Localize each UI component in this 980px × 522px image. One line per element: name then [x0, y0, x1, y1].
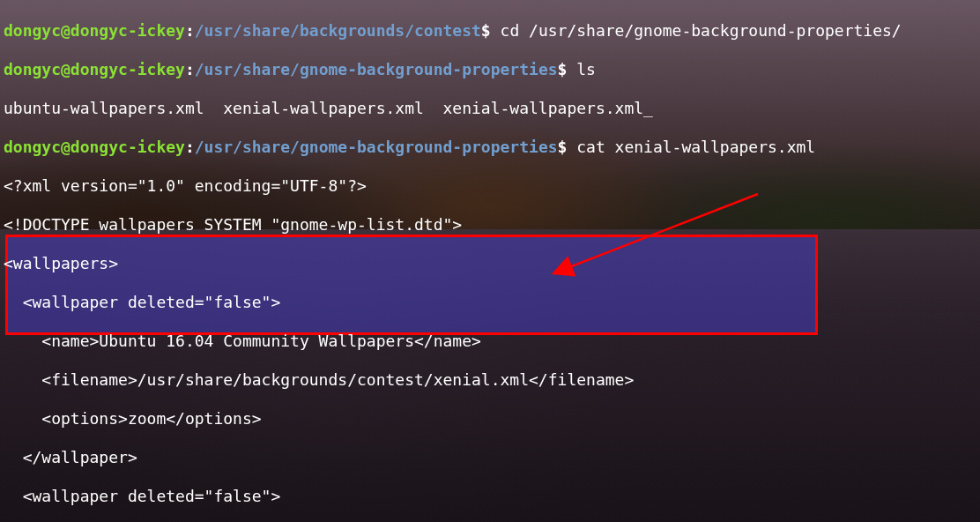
prompt-path: /usr/share/gnome-background-properties [195, 138, 558, 156]
xml-line: <options>zoom</options> [4, 409, 976, 429]
prompt-path: /usr/share/backgrounds/contest [195, 21, 481, 40]
xml-line-highlighted: <wallpaper deleted="false"> [4, 487, 976, 506]
prompt-dollar: $ [558, 138, 568, 156]
command-ls: ls [567, 60, 596, 78]
command-cd: cd /usr/share/gnome-background-propertie… [491, 21, 902, 40]
terminal-output[interactable]: dongyc@dongyc-ickey:/usr/share/backgroun… [0, 0, 980, 522]
prompt-user: dongyc@dongyc-ickey [4, 138, 185, 156]
xml-line: <wallpaper deleted="false"> [4, 293, 976, 312]
prompt-user: dongyc@dongyc-ickey [4, 21, 185, 40]
xml-line: </wallpaper> [4, 448, 976, 467]
prompt-dollar: $ [481, 21, 491, 40]
prompt-line-3: dongyc@dongyc-ickey:/usr/share/gnome-bac… [4, 138, 976, 157]
xml-line: <?xml version="1.0" encoding="UTF-8"?> [4, 176, 976, 196]
prompt-user: dongyc@dongyc-ickey [4, 60, 185, 78]
xml-line: <filename>/usr/share/backgrounds/contest… [4, 370, 976, 390]
command-cat: cat xenial-wallpapers.xml [567, 138, 815, 156]
xml-line: <name>Ubuntu 16.04 Community Wallpapers<… [4, 332, 976, 351]
prompt-line-2: dongyc@dongyc-ickey:/usr/share/gnome-bac… [4, 60, 976, 79]
prompt-dollar: $ [558, 60, 568, 78]
prompt-colon: : [185, 60, 195, 78]
prompt-line-1: dongyc@dongyc-ickey:/usr/share/backgroun… [4, 21, 976, 41]
xml-line: <!DOCTYPE wallpapers SYSTEM "gnome-wp-li… [4, 215, 976, 235]
xml-line: <wallpapers> [4, 254, 976, 273]
prompt-colon: : [185, 138, 195, 156]
prompt-path: /usr/share/gnome-background-properties [195, 60, 558, 78]
prompt-colon: : [185, 21, 195, 40]
ls-output: ubuntu-wallpapers.xml xenial-wallpapers.… [4, 99, 976, 118]
